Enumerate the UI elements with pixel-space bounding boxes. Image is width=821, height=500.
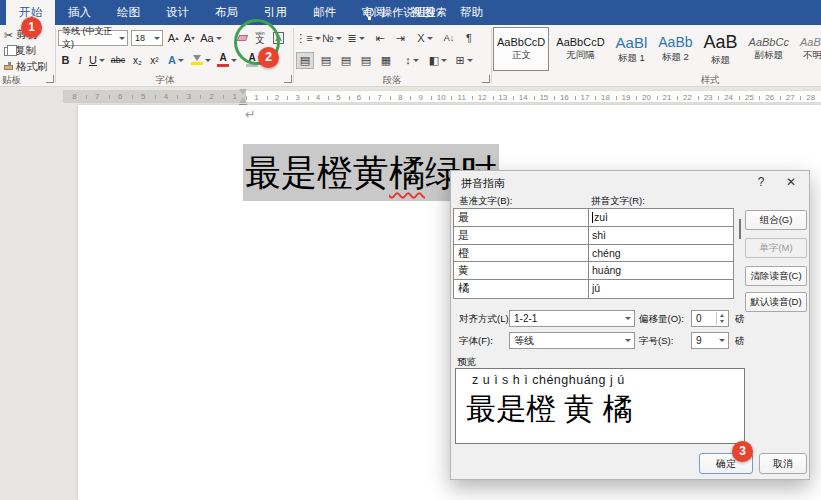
font-name-select[interactable]: 等线 (中文正文) [58, 30, 128, 46]
font-color-icon: A [217, 53, 229, 67]
copy-button[interactable]: 复制 [4, 44, 36, 58]
paragraph-dialog-launcher-icon[interactable] [482, 75, 490, 83]
italic-button[interactable]: I [74, 52, 86, 68]
word-window: 开始插入绘图设计布局引用邮件审阅视图帮助 操作说明搜索 ✂ 剪切 复制 格式刷 … [0, 0, 821, 500]
paragraph-mark: ↵ [245, 107, 256, 122]
shading-button[interactable]: ◧ [428, 52, 448, 68]
superscript-button[interactable]: x² [147, 52, 162, 68]
chevron-down-icon [336, 37, 342, 40]
ribbon-tab[interactable]: 布局 [202, 0, 251, 25]
grow-font-button[interactable]: A [166, 30, 181, 46]
bullets-button[interactable]: ⋮≡ [298, 30, 318, 46]
base-text-cell[interactable]: 最 [454, 209, 589, 226]
chevron-down-icon [154, 37, 160, 40]
font-dialog-launcher-icon[interactable] [284, 75, 292, 83]
ribbon-tab[interactable]: 邮件 [300, 0, 349, 25]
triangle-up-icon [175, 37, 179, 40]
decrease-indent-button[interactable]: ⇤ [372, 30, 388, 46]
chevron-down-icon [315, 37, 321, 40]
style-card[interactable]: AaBbCcD 无间隔 [552, 27, 608, 71]
text-effects-button[interactable]: A [166, 52, 186, 68]
distribute-button[interactable]: ▦ [378, 52, 394, 68]
ruler-number: 8 [390, 91, 411, 102]
ruby-text-cell[interactable]: zuì [589, 209, 733, 226]
font-color-button[interactable]: A [216, 52, 238, 68]
ruler-number: 21 [657, 91, 678, 102]
ruler-number: 9 [410, 91, 431, 102]
combine-button[interactable]: 组合(G) [745, 210, 807, 230]
table-scrollbar[interactable] [739, 219, 741, 239]
clipboard-dialog-launcher-icon[interactable] [46, 75, 54, 83]
ribbon-tab[interactable]: 绘图 [104, 0, 153, 25]
chevron-down-icon [119, 37, 125, 40]
ribbon-tab[interactable]: 帮助 [447, 0, 496, 25]
ruby-size-select[interactable]: 9 [691, 332, 729, 349]
dialog-close-button[interactable]: ✕ [779, 173, 803, 191]
strikethrough-button[interactable]: abc [108, 52, 128, 68]
ruler-number: 15 [534, 91, 555, 102]
tell-me-search[interactable]: 操作说明搜索 [365, 0, 447, 25]
alignment-select[interactable]: 1-2-1 [509, 310, 635, 327]
align-center-button[interactable]: ▤ [318, 52, 334, 68]
borders-button[interactable]: ⊞ [454, 52, 474, 68]
bold-button[interactable]: B [58, 52, 73, 68]
base-text-cell[interactable]: 橘 [454, 280, 589, 298]
underline-button[interactable]: U [88, 52, 106, 68]
ruby-font-select[interactable]: 等线 [509, 332, 635, 349]
style-card[interactable]: AaBl 标题 1 [612, 27, 652, 71]
style-card[interactable]: AaB 标题 [700, 27, 742, 71]
change-case-button[interactable]: Aa [199, 30, 223, 46]
ruler-number: 8 [63, 90, 86, 103]
offset-stepper[interactable]: 0 [691, 310, 729, 327]
align-right-button[interactable]: ▤ [338, 52, 354, 68]
default-readings-button[interactable]: 默认读音(D) [745, 292, 807, 312]
shrink-font-button[interactable]: A [182, 30, 197, 46]
style-card[interactable]: AaBbCcD 正文 [493, 27, 549, 71]
ruby-text-cell[interactable]: huáng [589, 262, 733, 279]
ruler[interactable]: 87654321 1234567891011121314151617181920… [63, 90, 821, 103]
sort-button[interactable]: A↓ [440, 30, 458, 46]
ruler-number: 22 [677, 91, 698, 102]
font-group-label: 字体 [150, 74, 180, 87]
ruby-text-cell[interactable]: chéng [589, 245, 733, 262]
subscript-button[interactable]: x₂ [130, 52, 145, 68]
first-line-indent-marker[interactable] [239, 89, 247, 95]
phonetic-guide-dialog: 拼音指南 ? ✕ 基准文字(B): 拼音文字(R): 最 zuì 是 shì 橙… [450, 170, 810, 480]
numbering-button[interactable]: № [322, 30, 342, 46]
ruby-text-label: 拼音文字(R): [591, 195, 645, 208]
asian-layout-button[interactable]: X [416, 30, 434, 46]
ruler-number: 3 [287, 91, 308, 102]
chevron-down-icon [413, 59, 419, 62]
cancel-button[interactable]: 取消 [759, 453, 807, 474]
base-text-cell[interactable]: 橙 [454, 245, 589, 262]
show-marks-button[interactable]: ¶ [462, 30, 476, 46]
ribbon-tab[interactable]: 插入 [55, 0, 104, 25]
justify-button[interactable]: ▤ [358, 52, 374, 68]
ruby-text-cell[interactable]: jú [589, 280, 733, 298]
line-spacing-button[interactable]: ↕ [402, 52, 422, 68]
stepper-arrows[interactable] [716, 312, 727, 325]
font-size-select[interactable]: 18 [131, 30, 163, 46]
ruler-text-section: 1234567891011121314151617181920212223242… [246, 90, 821, 103]
align-left-button[interactable]: ▤ [296, 52, 314, 69]
base-text-cell[interactable]: 黄 [454, 262, 589, 279]
clear-readings-button[interactable]: 清除读音(C) [745, 266, 807, 286]
text-segment: 橘 [389, 152, 425, 193]
ruler-number: 17 [575, 91, 596, 102]
ribbon-tab[interactable]: 设计 [153, 0, 202, 25]
ruler-number: 24 [718, 91, 739, 102]
highlight-color-button[interactable] [190, 52, 212, 68]
phonetic-row: 橙 chéng [454, 245, 733, 263]
increase-indent-button[interactable]: ⇥ [392, 30, 408, 46]
dialog-help-button[interactable]: ? [749, 173, 773, 191]
text-segment: 最是橙黄 [245, 152, 389, 193]
style-card[interactable]: AaBbCc 副标题 [745, 27, 793, 71]
ruby-text-cell[interactable]: shì [589, 227, 733, 244]
multilevel-list-button[interactable]: ≣ [346, 30, 366, 46]
format-painter-button[interactable]: 格式刷 [4, 60, 48, 74]
ruler-number: 5 [328, 91, 349, 102]
base-text-cell[interactable]: 是 [454, 227, 589, 244]
hanging-indent-marker[interactable] [239, 97, 247, 103]
style-card[interactable]: AaBb 标题 2 [654, 27, 696, 71]
style-card[interactable]: AaBbC 不明显 [796, 27, 821, 71]
